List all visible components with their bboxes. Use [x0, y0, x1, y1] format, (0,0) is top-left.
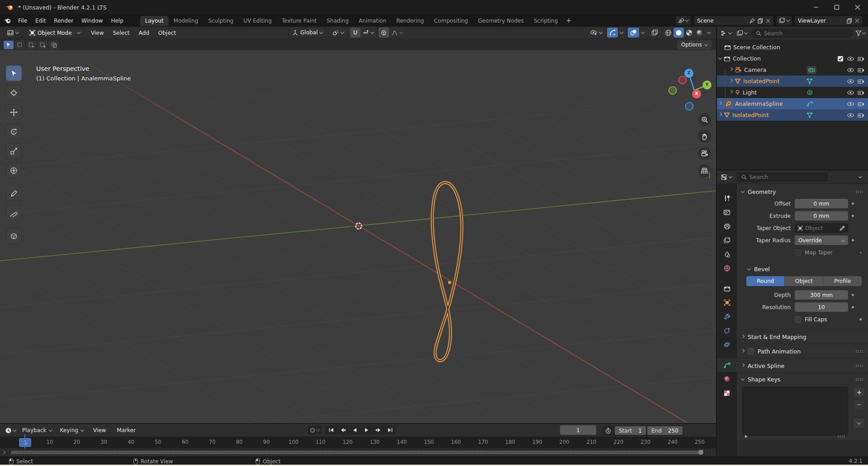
show-gizmo-toggle[interactable] [607, 28, 618, 38]
hide-eye-icon[interactable] [847, 90, 854, 95]
start-frame-field[interactable]: Start 1 [615, 426, 646, 435]
path-animation-panel[interactable]: Path Animation [737, 344, 868, 358]
snap-toggle[interactable] [350, 28, 360, 38]
viewport-menu-item[interactable]: View [86, 28, 108, 38]
fill-caps-checkbox[interactable] [795, 316, 801, 323]
ruler-label[interactable]: 20 [63, 437, 90, 448]
tab-texture[interactable] [717, 386, 737, 400]
expand-icon[interactable] [729, 79, 733, 82]
pan-view-button[interactable] [698, 130, 711, 143]
gizmo-neg-x-ball[interactable] [679, 76, 687, 84]
timeline-marker-menu[interactable]: Marker [112, 426, 140, 435]
viewlayer-name-field[interactable]: ViewLayer [795, 16, 863, 25]
proportional-falloff-dropdown[interactable] [389, 28, 405, 38]
path-animation-checkbox[interactable] [748, 348, 754, 354]
shape-key-specials-button[interactable] [853, 418, 865, 428]
expand-icon[interactable] [718, 101, 722, 105]
disable-render-camera-icon[interactable] [858, 101, 864, 107]
keying-menu[interactable]: Keying [57, 425, 87, 435]
animate-dot[interactable] [852, 202, 854, 205]
ruler-label[interactable]: 150 [415, 437, 442, 448]
ruler-label[interactable]: 50 [145, 437, 172, 448]
animate-dot[interactable] [860, 252, 862, 254]
shading-wireframe-button[interactable] [663, 28, 674, 38]
play-button[interactable] [360, 425, 372, 435]
viewlayer-type-selector[interactable] [776, 16, 792, 25]
drag-grip-icon[interactable] [855, 190, 863, 193]
drag-grip-icon[interactable] [855, 378, 863, 381]
timeline-ruler[interactable]: 1020304050607080901001101201301401501601… [0, 437, 716, 448]
editor-type-button[interactable] [4, 28, 22, 38]
tab-physics[interactable] [717, 338, 737, 352]
expand-icon[interactable] [729, 67, 733, 71]
tool-annotate[interactable] [6, 186, 22, 201]
viewport-menu-item[interactable]: Add [134, 28, 154, 38]
hide-eye-icon[interactable] [847, 113, 854, 118]
gizmo-settings-dropdown[interactable] [618, 28, 625, 38]
maximize-button[interactable] [826, 0, 847, 14]
ruler-label[interactable]: 130 [361, 437, 389, 448]
gizmo-neg-y-ball[interactable] [669, 87, 677, 94]
unlink-icon[interactable] [766, 19, 770, 23]
disable-render-camera-icon[interactable] [858, 113, 864, 118]
ruler-label[interactable]: 70 [199, 437, 226, 448]
outliner-row-isolatedpoint-1[interactable]: IsolatedPoint [717, 75, 868, 87]
transform-orientation-selector[interactable]: Global [289, 28, 326, 38]
disable-render-camera-icon[interactable] [858, 56, 864, 61]
remove-shape-key-button[interactable] [853, 399, 865, 410]
outliner-filter-button[interactable] [855, 30, 865, 36]
tool-transform[interactable] [6, 163, 22, 178]
properties-editor-type[interactable] [720, 172, 733, 182]
app-menu-item[interactable]: Render [50, 16, 77, 25]
new-copy-icon[interactable] [758, 18, 763, 24]
offset-field[interactable]: 0 mm [795, 199, 848, 208]
ruler-label[interactable]: 170 [470, 437, 497, 448]
unlink-icon[interactable] [855, 19, 859, 23]
mode-selector[interactable]: Object Mode [26, 28, 84, 38]
ruler-label[interactable]: 30 [90, 437, 118, 448]
list-resize-grip-icon[interactable] [837, 435, 845, 438]
hide-eye-icon[interactable] [847, 79, 854, 84]
select-mode-difference-button[interactable] [38, 41, 47, 49]
mesh-data-badge[interactable] [805, 111, 815, 119]
tab-object[interactable] [717, 296, 737, 310]
expand-icon[interactable] [718, 113, 722, 116]
map-taper-checkbox[interactable] [795, 249, 801, 256]
close-button[interactable] [847, 0, 868, 14]
ruler-label[interactable]: 220 [605, 437, 632, 448]
object-origin-dot[interactable] [448, 281, 451, 284]
animate-dot[interactable] [852, 215, 854, 217]
timeline-view-menu[interactable]: View [89, 426, 110, 435]
select-mode-set-button[interactable] [4, 41, 14, 49]
options-dropdown[interactable]: Options [677, 40, 711, 49]
outliner-filter-type[interactable] [735, 28, 749, 38]
end-frame-field[interactable]: End 250 [647, 426, 683, 435]
current-frame-field[interactable]: 1 [560, 425, 596, 435]
select-mode-subtract-button[interactable] [26, 41, 36, 49]
ruler-label[interactable]: 110 [307, 437, 334, 448]
outliner-row-collection[interactable]: Collection [717, 53, 868, 64]
hide-eye-icon[interactable] [847, 67, 854, 73]
outliner-search-field[interactable]: Search [751, 29, 853, 38]
animate-dot[interactable] [852, 239, 854, 241]
ruler-label[interactable]: 160 [442, 437, 470, 448]
workspace-tab[interactable]: Layout [140, 16, 169, 26]
camera-view-button[interactable] [698, 147, 711, 160]
select-mode-extend-button[interactable] [15, 41, 25, 49]
viewport-3d[interactable]: User Perspective (1) Collection | Analem… [0, 50, 716, 423]
shading-material-button[interactable] [684, 28, 694, 38]
eyedropper-icon[interactable] [840, 225, 845, 231]
minimize-button[interactable] [806, 0, 826, 14]
workspace-tab[interactable]: Modeling [169, 16, 204, 26]
tab-object-data[interactable] [717, 358, 737, 372]
scene-name-field[interactable]: Scene [694, 16, 773, 25]
timeline-scrollbar[interactable] [11, 451, 700, 454]
tool-select-box[interactable] [6, 66, 22, 81]
ruler-label[interactable]: 190 [524, 437, 551, 448]
disable-render-camera-icon[interactable] [858, 79, 864, 84]
geometry-panel-header[interactable]: Geometry [737, 186, 868, 198]
next-keyframe-button[interactable] [372, 425, 384, 435]
bevel-panel-header[interactable]: Bevel [737, 263, 868, 275]
properties-options-dropdown[interactable] [859, 174, 862, 178]
outliner-row-isolatedpoint-2[interactable]: IsolatedPoint [717, 109, 868, 121]
